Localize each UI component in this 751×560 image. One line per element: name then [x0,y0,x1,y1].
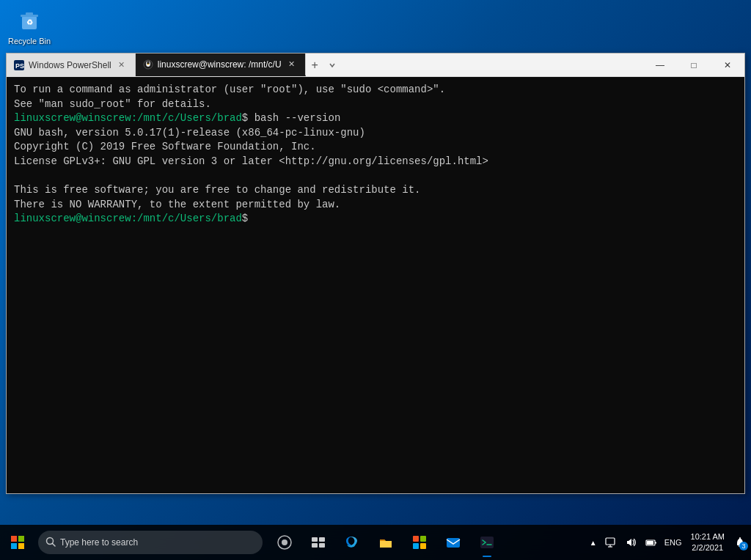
mail-button[interactable] [437,526,469,559]
svg-point-13 [147,63,149,65]
taskbar-icons [268,526,503,559]
system-tray [601,534,660,551]
svg-rect-23 [319,537,325,542]
svg-rect-16 [11,543,17,549]
window-controls: — □ ✕ [643,54,744,76]
task-view-button[interactable] [302,526,334,559]
output-line-2: See "man sudo_root" for details. [14,97,737,112]
svg-line-19 [53,543,56,546]
clock[interactable]: 10:21 AM 2/2/2021 [686,531,729,554]
tab-add-button[interactable]: + [306,54,324,76]
clock-time: 10:21 AM [691,531,725,542]
svg-point-21 [282,539,287,545]
svg-text:♻: ♻ [26,18,33,26]
tray-battery-icon[interactable] [642,534,660,551]
svg-rect-17 [18,543,24,549]
svg-rect-31 [480,537,494,548]
edge-button[interactable] [336,526,368,559]
svg-rect-38 [655,542,656,544]
svg-rect-22 [312,537,318,542]
output-line-9: There is NO WARRANTY, to the extent perm… [14,198,737,213]
maximize-button[interactable]: □ [677,54,711,76]
desktop: ♻ Recycle Bin PS Windows PowerShell ✕ [0,0,751,560]
output-line-3: linuxscrew@winscrew:/mnt/c/Users/brad$ b… [14,111,737,126]
tabs: PS Windows PowerShell ✕ [7,54,643,76]
svg-rect-15 [18,536,24,542]
search-bar[interactable]: Type here to search [38,531,263,554]
svg-rect-28 [413,543,419,549]
taskbar: Type here to search [0,525,751,560]
output-line-6: License GPLv3+: GNU GPL version 3 or lat… [14,155,737,169]
svg-rect-25 [319,543,325,548]
tray-network-icon[interactable] [601,534,619,551]
svg-rect-26 [413,536,419,542]
output-line-10: linuxscrew@winscrew:/mnt/c/Users/brad$ [14,212,737,226]
tab-powershell-label: Windows PowerShell [29,60,111,70]
tray-volume-icon[interactable] [622,534,640,551]
svg-text:PS: PS [15,62,24,70]
file-explorer-button[interactable] [370,526,402,559]
svg-point-40 [739,537,741,539]
recycle-bin-icon: ♻ [15,6,44,35]
search-icon [45,537,56,549]
output-line-7 [14,169,737,184]
output-line-4: GNU bash, version 5.0.17(1)-release (x86… [14,126,737,141]
svg-rect-33 [606,538,615,545]
taskbar-right: ▲ [588,531,751,554]
svg-rect-24 [312,543,318,548]
svg-rect-29 [420,543,426,549]
powershell-tab-icon: PS [14,60,24,70]
minimize-button[interactable]: — [643,54,677,76]
tray-expand-button[interactable]: ▲ [588,539,598,547]
tab-linux[interactable]: linuxscrew@winscrew: /mnt/c/U ✕ [136,54,306,76]
title-bar: PS Windows PowerShell ✕ [7,54,744,77]
tab-powershell-close[interactable]: ✕ [116,59,128,71]
svg-rect-37 [647,541,653,545]
tab-dropdown[interactable] [324,54,340,76]
search-placeholder: Type here to search [60,537,138,548]
tab-linux-label: linuxscrew@winscrew: /mnt/c/U [158,59,282,70]
terminal-window: PS Windows PowerShell ✕ [6,53,745,494]
svg-rect-14 [11,536,17,542]
svg-rect-30 [447,538,460,548]
linux-tab-icon [143,59,153,70]
recycle-bin-label: Recycle Bin [8,37,51,45]
recycle-bin[interactable]: ♻ Recycle Bin [6,6,53,45]
terminal-content[interactable]: To run a command as administrator (user … [7,77,744,493]
store-button[interactable] [403,526,436,559]
close-button[interactable]: ✕ [711,54,744,76]
cortana-button[interactable] [268,526,301,559]
terminal-taskbar-button[interactable] [471,526,503,559]
svg-point-12 [149,62,150,62]
output-line-8: This is free software; you are free to c… [14,183,737,198]
svg-rect-2 [26,12,33,15]
output-line-1: To run a command as administrator (user … [14,83,737,97]
notification-count: 3 [739,542,748,550]
svg-point-11 [147,62,147,62]
notification-button[interactable]: 3 [732,534,748,550]
svg-rect-27 [420,536,426,542]
tab-linux-close[interactable]: ✕ [286,59,298,70]
clock-date: 2/2/2021 [692,542,723,553]
output-line-5: Copyright (C) 2019 Free Software Foundat… [14,140,737,155]
language-indicator[interactable]: ENG [663,534,684,551]
tab-powershell[interactable]: PS Windows PowerShell ✕ [7,54,136,76]
start-button[interactable] [0,525,35,560]
